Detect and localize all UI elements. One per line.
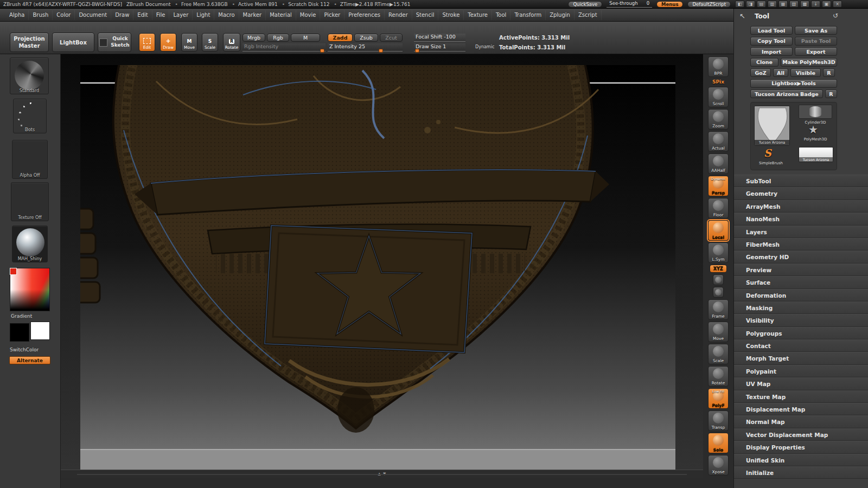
- paste-document-icon[interactable]: ▥: [768, 1, 777, 8]
- subpalette-header[interactable]: Displacement Map: [734, 403, 868, 415]
- color-picker[interactable]: [10, 268, 50, 311]
- right-shelf-button[interactable]: Solo: [708, 433, 729, 453]
- alternate-button[interactable]: Alternate: [9, 356, 50, 364]
- right-shelf-button[interactable]: Line Fill PolyF: [708, 388, 729, 409]
- subpalette-header[interactable]: Geometry: [734, 187, 868, 200]
- export-document-icon[interactable]: ▧: [789, 1, 799, 8]
- current-texture-thumbnail[interactable]: Texture Off: [11, 182, 49, 221]
- goz-visible-button[interactable]: Visible: [790, 68, 821, 77]
- import-document-icon[interactable]: ▦: [778, 1, 788, 8]
- subpalette-header[interactable]: SubTool: [734, 175, 868, 187]
- right-shelf-button[interactable]: [713, 274, 724, 285]
- gradient-button[interactable]: Gradient: [11, 313, 32, 319]
- zadd-button[interactable]: Zadd: [328, 34, 353, 42]
- menu-item[interactable]: Stroke: [438, 10, 464, 20]
- menu-item[interactable]: Brush: [29, 10, 53, 20]
- canvas-horizontal-scrollbar[interactable]: ▲ ▼: [61, 470, 703, 478]
- menu-item[interactable]: Tool: [492, 10, 510, 20]
- subpalette-header[interactable]: Deformation: [734, 289, 868, 301]
- subpalette-header[interactable]: FiberMesh: [734, 238, 868, 251]
- menu-item[interactable]: Macro: [214, 10, 239, 20]
- switchcolor-button[interactable]: SwitchColor: [10, 347, 39, 352]
- subpalette-header[interactable]: Texture Map: [734, 390, 868, 403]
- move-button[interactable]: M Move: [181, 33, 197, 52]
- current-tool-r-button[interactable]: R: [825, 89, 837, 98]
- right-shelf-button[interactable]: Dynamic Persp: [708, 176, 729, 196]
- rgb-intensity-slider[interactable]: Rgb Intensity: [242, 43, 326, 52]
- right-shelf-button[interactable]: L.Sym: [708, 242, 729, 263]
- subpalette-header[interactable]: Normal Map: [734, 415, 868, 428]
- export-button[interactable]: Export: [795, 47, 837, 56]
- fullscreen-icon[interactable]: ▣: [822, 1, 831, 8]
- right-shelf-button[interactable]: Move: [708, 322, 729, 342]
- right-shelf-button[interactable]: Local: [708, 220, 729, 241]
- menu-item[interactable]: Preferences: [344, 10, 385, 20]
- right-shelf-button[interactable]: XYZ: [710, 265, 727, 273]
- current-tool-thumbnail[interactable]: Tucson Arizona: [754, 106, 790, 146]
- subpalette-header[interactable]: Vector Displacement Map: [734, 428, 868, 441]
- simplebrush-icon[interactable]: S: [764, 148, 771, 158]
- right-shelf-button[interactable]: SPix: [708, 79, 729, 85]
- close-icon[interactable]: ×: [833, 1, 842, 8]
- secondary-color-swatch[interactable]: [10, 268, 17, 275]
- current-brush-thumbnail[interactable]: Standard: [10, 57, 49, 94]
- menus-button[interactable]: Menus: [656, 1, 683, 8]
- subpalette-header[interactable]: Polypaint: [734, 365, 868, 377]
- menu-item[interactable]: Layer: [169, 10, 193, 20]
- menu-item[interactable]: Material: [266, 10, 296, 20]
- menu-item[interactable]: Transform: [510, 10, 546, 20]
- document-canvas[interactable]: [80, 65, 675, 470]
- goz-button[interactable]: GoZ: [750, 68, 771, 77]
- panel-collapse-icon[interactable]: ↖: [739, 12, 745, 20]
- scale-button[interactable]: S Scale: [202, 33, 218, 52]
- right-shelf-button[interactable]: Scroll: [708, 87, 729, 107]
- right-shelf-button[interactable]: AAHalf: [708, 153, 729, 174]
- lightbox-tools-button[interactable]: Lightbox▶Tools: [750, 79, 837, 88]
- goz-r-button[interactable]: R: [823, 68, 835, 77]
- zoom-controls-icon[interactable]: ◨: [746, 1, 755, 8]
- goz-all-button[interactable]: All: [773, 68, 788, 77]
- rgb-intensity-knob[interactable]: [320, 49, 324, 53]
- menu-item[interactable]: Draw: [111, 10, 133, 20]
- subpalette-header[interactable]: Masking: [734, 301, 868, 314]
- subpalette-header[interactable]: NanoMesh: [734, 213, 868, 225]
- menu-item[interactable]: Stencil: [412, 10, 439, 20]
- dynamic-label[interactable]: Dynamic: [475, 44, 494, 49]
- mrgb-button[interactable]: Mrgb: [242, 34, 265, 42]
- lightbox-button[interactable]: LightBox: [52, 33, 94, 52]
- rgb-button[interactable]: Rgb: [267, 34, 289, 42]
- menu-item[interactable]: Render: [385, 10, 412, 20]
- m-button[interactable]: M: [291, 34, 320, 42]
- right-shelf-button[interactable]: [713, 287, 724, 298]
- subpalette-header[interactable]: Morph Target: [734, 352, 868, 364]
- rotate-button[interactable]: R Rotate: [223, 33, 240, 52]
- menu-item[interactable]: Alpha: [5, 10, 29, 20]
- current-tool-name-button[interactable]: Tucson Arizona Badge: [750, 89, 823, 98]
- subpalette-header[interactable]: Contact: [734, 339, 868, 352]
- z-intensity-slider[interactable]: Z Intensity 25: [328, 43, 403, 52]
- main-color-swatch[interactable]: [10, 323, 29, 342]
- projection-master-button[interactable]: Projection Master: [10, 33, 49, 52]
- current-alpha-thumbnail[interactable]: Alpha Off: [12, 140, 48, 179]
- menu-item[interactable]: File: [152, 10, 170, 20]
- menu-item[interactable]: Light: [193, 10, 214, 20]
- draw-size-knob[interactable]: [415, 49, 419, 53]
- polymesh3d-star-icon[interactable]: ★: [808, 124, 818, 135]
- menu-item[interactable]: Picker: [320, 10, 344, 20]
- menu-item[interactable]: Color: [53, 10, 75, 20]
- menu-item[interactable]: Marker: [239, 10, 266, 20]
- quicksave-button[interactable]: QuickSave: [568, 1, 602, 8]
- right-shelf-button[interactable]: Floor: [708, 198, 729, 219]
- default-zscript-button[interactable]: DefaultZScript: [687, 1, 731, 8]
- subpalette-header[interactable]: Layers: [734, 226, 868, 238]
- focal-shift-slider[interactable]: Focal Shift -100: [414, 34, 465, 42]
- menu-item[interactable]: Document: [75, 10, 111, 20]
- load-tool-button[interactable]: Load Tool: [750, 26, 793, 35]
- lock-icon[interactable]: ▩: [800, 1, 809, 8]
- scroll-controls-icon[interactable]: ◧: [735, 1, 744, 8]
- subpalette-header[interactable]: Display Properties: [734, 441, 868, 453]
- draw-button[interactable]: + Draw: [160, 33, 176, 52]
- menu-item[interactable]: Texture: [464, 10, 492, 20]
- right-shelf-button[interactable]: Transp: [708, 410, 729, 431]
- right-shelf-button[interactable]: Scale: [708, 344, 729, 364]
